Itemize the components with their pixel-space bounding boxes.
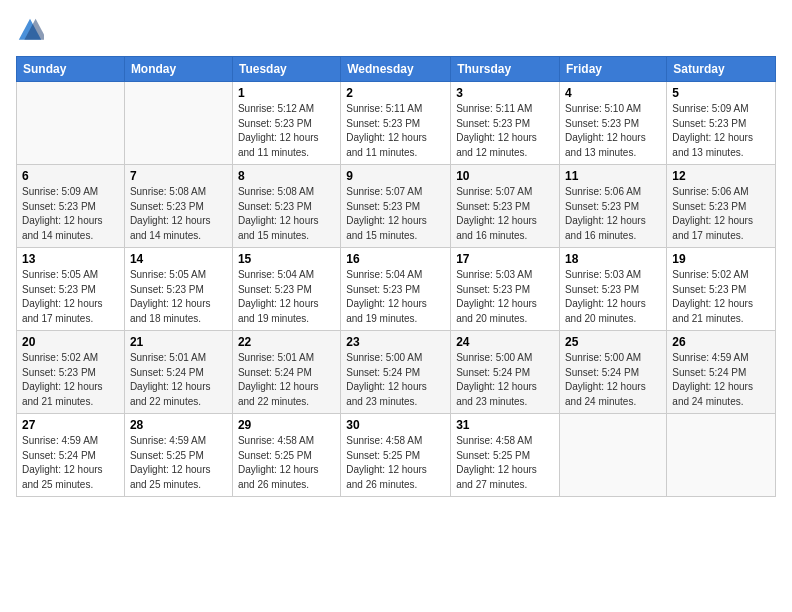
calendar-cell: 15Sunrise: 5:04 AMSunset: 5:23 PMDayligh… xyxy=(232,248,340,331)
day-number: 16 xyxy=(346,252,445,266)
logo xyxy=(16,16,48,44)
calendar-header: SundayMondayTuesdayWednesdayThursdayFrid… xyxy=(17,57,776,82)
day-info: Sunrise: 5:06 AMSunset: 5:23 PMDaylight:… xyxy=(565,185,661,243)
page-header xyxy=(16,16,776,44)
calendar-cell: 12Sunrise: 5:06 AMSunset: 5:23 PMDayligh… xyxy=(667,165,776,248)
day-number: 4 xyxy=(565,86,661,100)
calendar-week-row: 27Sunrise: 4:59 AMSunset: 5:24 PMDayligh… xyxy=(17,414,776,497)
calendar-cell: 11Sunrise: 5:06 AMSunset: 5:23 PMDayligh… xyxy=(560,165,667,248)
calendar-table: SundayMondayTuesdayWednesdayThursdayFrid… xyxy=(16,56,776,497)
day-info: Sunrise: 5:00 AMSunset: 5:24 PMDaylight:… xyxy=(346,351,445,409)
day-number: 21 xyxy=(130,335,227,349)
calendar-cell: 2Sunrise: 5:11 AMSunset: 5:23 PMDaylight… xyxy=(341,82,451,165)
day-number: 24 xyxy=(456,335,554,349)
day-info: Sunrise: 4:59 AMSunset: 5:24 PMDaylight:… xyxy=(672,351,770,409)
day-number: 5 xyxy=(672,86,770,100)
day-info: Sunrise: 5:07 AMSunset: 5:23 PMDaylight:… xyxy=(456,185,554,243)
calendar-cell: 27Sunrise: 4:59 AMSunset: 5:24 PMDayligh… xyxy=(17,414,125,497)
calendar-cell: 13Sunrise: 5:05 AMSunset: 5:23 PMDayligh… xyxy=(17,248,125,331)
calendar-cell: 21Sunrise: 5:01 AMSunset: 5:24 PMDayligh… xyxy=(124,331,232,414)
calendar-cell: 20Sunrise: 5:02 AMSunset: 5:23 PMDayligh… xyxy=(17,331,125,414)
day-info: Sunrise: 5:10 AMSunset: 5:23 PMDaylight:… xyxy=(565,102,661,160)
calendar-week-row: 13Sunrise: 5:05 AMSunset: 5:23 PMDayligh… xyxy=(17,248,776,331)
calendar-cell: 8Sunrise: 5:08 AMSunset: 5:23 PMDaylight… xyxy=(232,165,340,248)
calendar-cell: 3Sunrise: 5:11 AMSunset: 5:23 PMDaylight… xyxy=(451,82,560,165)
day-info: Sunrise: 4:58 AMSunset: 5:25 PMDaylight:… xyxy=(456,434,554,492)
day-number: 29 xyxy=(238,418,335,432)
day-info: Sunrise: 5:05 AMSunset: 5:23 PMDaylight:… xyxy=(130,268,227,326)
calendar-cell: 5Sunrise: 5:09 AMSunset: 5:23 PMDaylight… xyxy=(667,82,776,165)
calendar-week-row: 6Sunrise: 5:09 AMSunset: 5:23 PMDaylight… xyxy=(17,165,776,248)
calendar-cell xyxy=(17,82,125,165)
calendar-cell: 1Sunrise: 5:12 AMSunset: 5:23 PMDaylight… xyxy=(232,82,340,165)
day-info: Sunrise: 4:59 AMSunset: 5:24 PMDaylight:… xyxy=(22,434,119,492)
day-number: 28 xyxy=(130,418,227,432)
calendar-cell: 16Sunrise: 5:04 AMSunset: 5:23 PMDayligh… xyxy=(341,248,451,331)
weekday-header-row: SundayMondayTuesdayWednesdayThursdayFrid… xyxy=(17,57,776,82)
calendar-cell xyxy=(667,414,776,497)
calendar-week-row: 20Sunrise: 5:02 AMSunset: 5:23 PMDayligh… xyxy=(17,331,776,414)
weekday-header-thursday: Thursday xyxy=(451,57,560,82)
calendar-cell: 24Sunrise: 5:00 AMSunset: 5:24 PMDayligh… xyxy=(451,331,560,414)
day-number: 17 xyxy=(456,252,554,266)
weekday-header-friday: Friday xyxy=(560,57,667,82)
day-info: Sunrise: 5:09 AMSunset: 5:23 PMDaylight:… xyxy=(672,102,770,160)
day-number: 15 xyxy=(238,252,335,266)
calendar-cell: 4Sunrise: 5:10 AMSunset: 5:23 PMDaylight… xyxy=(560,82,667,165)
calendar-cell: 31Sunrise: 4:58 AMSunset: 5:25 PMDayligh… xyxy=(451,414,560,497)
day-number: 8 xyxy=(238,169,335,183)
calendar-cell: 9Sunrise: 5:07 AMSunset: 5:23 PMDaylight… xyxy=(341,165,451,248)
day-info: Sunrise: 5:05 AMSunset: 5:23 PMDaylight:… xyxy=(22,268,119,326)
day-info: Sunrise: 5:07 AMSunset: 5:23 PMDaylight:… xyxy=(346,185,445,243)
day-number: 11 xyxy=(565,169,661,183)
day-number: 7 xyxy=(130,169,227,183)
day-info: Sunrise: 5:01 AMSunset: 5:24 PMDaylight:… xyxy=(238,351,335,409)
calendar-week-row: 1Sunrise: 5:12 AMSunset: 5:23 PMDaylight… xyxy=(17,82,776,165)
weekday-header-saturday: Saturday xyxy=(667,57,776,82)
day-number: 22 xyxy=(238,335,335,349)
day-number: 3 xyxy=(456,86,554,100)
calendar-cell: 28Sunrise: 4:59 AMSunset: 5:25 PMDayligh… xyxy=(124,414,232,497)
calendar-cell: 6Sunrise: 5:09 AMSunset: 5:23 PMDaylight… xyxy=(17,165,125,248)
calendar-body: 1Sunrise: 5:12 AMSunset: 5:23 PMDaylight… xyxy=(17,82,776,497)
day-info: Sunrise: 5:11 AMSunset: 5:23 PMDaylight:… xyxy=(346,102,445,160)
day-number: 19 xyxy=(672,252,770,266)
calendar-cell xyxy=(560,414,667,497)
day-number: 20 xyxy=(22,335,119,349)
day-info: Sunrise: 5:04 AMSunset: 5:23 PMDaylight:… xyxy=(346,268,445,326)
calendar-cell: 23Sunrise: 5:00 AMSunset: 5:24 PMDayligh… xyxy=(341,331,451,414)
day-info: Sunrise: 5:03 AMSunset: 5:23 PMDaylight:… xyxy=(565,268,661,326)
calendar-cell: 25Sunrise: 5:00 AMSunset: 5:24 PMDayligh… xyxy=(560,331,667,414)
weekday-header-monday: Monday xyxy=(124,57,232,82)
day-info: Sunrise: 5:00 AMSunset: 5:24 PMDaylight:… xyxy=(565,351,661,409)
day-number: 1 xyxy=(238,86,335,100)
day-info: Sunrise: 5:04 AMSunset: 5:23 PMDaylight:… xyxy=(238,268,335,326)
day-number: 2 xyxy=(346,86,445,100)
calendar-cell: 10Sunrise: 5:07 AMSunset: 5:23 PMDayligh… xyxy=(451,165,560,248)
day-number: 13 xyxy=(22,252,119,266)
day-info: Sunrise: 5:02 AMSunset: 5:23 PMDaylight:… xyxy=(22,351,119,409)
calendar-cell: 19Sunrise: 5:02 AMSunset: 5:23 PMDayligh… xyxy=(667,248,776,331)
day-number: 31 xyxy=(456,418,554,432)
day-number: 10 xyxy=(456,169,554,183)
day-info: Sunrise: 5:08 AMSunset: 5:23 PMDaylight:… xyxy=(238,185,335,243)
day-number: 14 xyxy=(130,252,227,266)
day-info: Sunrise: 5:03 AMSunset: 5:23 PMDaylight:… xyxy=(456,268,554,326)
day-number: 27 xyxy=(22,418,119,432)
day-number: 25 xyxy=(565,335,661,349)
calendar-cell: 26Sunrise: 4:59 AMSunset: 5:24 PMDayligh… xyxy=(667,331,776,414)
day-info: Sunrise: 5:08 AMSunset: 5:23 PMDaylight:… xyxy=(130,185,227,243)
day-number: 30 xyxy=(346,418,445,432)
day-info: Sunrise: 5:11 AMSunset: 5:23 PMDaylight:… xyxy=(456,102,554,160)
day-number: 12 xyxy=(672,169,770,183)
logo-icon xyxy=(16,16,44,44)
day-info: Sunrise: 5:01 AMSunset: 5:24 PMDaylight:… xyxy=(130,351,227,409)
calendar-cell: 7Sunrise: 5:08 AMSunset: 5:23 PMDaylight… xyxy=(124,165,232,248)
day-number: 6 xyxy=(22,169,119,183)
day-number: 18 xyxy=(565,252,661,266)
day-info: Sunrise: 5:00 AMSunset: 5:24 PMDaylight:… xyxy=(456,351,554,409)
day-number: 26 xyxy=(672,335,770,349)
day-info: Sunrise: 4:58 AMSunset: 5:25 PMDaylight:… xyxy=(238,434,335,492)
day-info: Sunrise: 5:12 AMSunset: 5:23 PMDaylight:… xyxy=(238,102,335,160)
day-info: Sunrise: 5:02 AMSunset: 5:23 PMDaylight:… xyxy=(672,268,770,326)
